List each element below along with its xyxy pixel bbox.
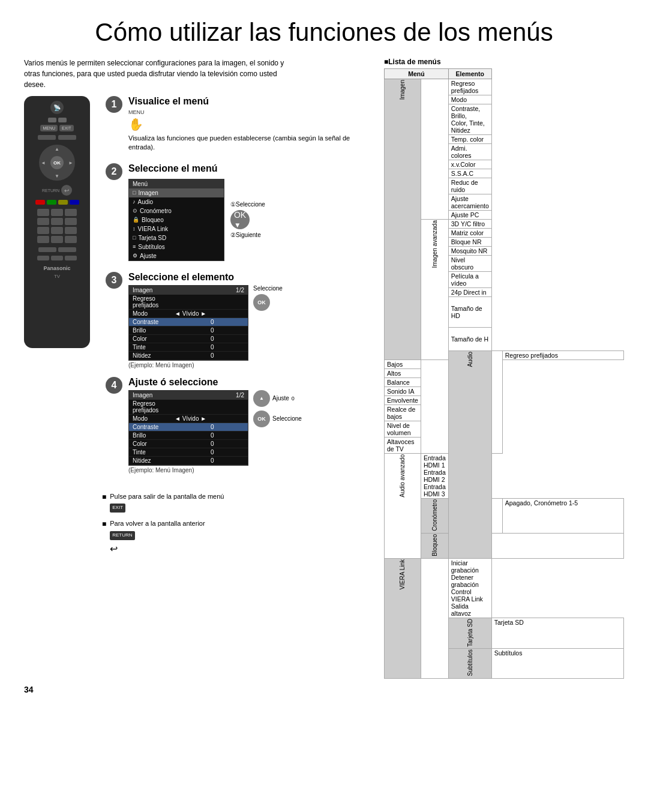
step-2-menu: Menú □ Imagen ♪ Audio: [128, 179, 224, 261]
audio-section-label: Audio: [448, 351, 491, 559]
num-btn-7[interactable]: [37, 227, 49, 234]
misc-btn-2[interactable]: [65, 236, 77, 243]
color-btn-green[interactable]: [47, 200, 56, 205]
row-color: Color0: [129, 335, 248, 343]
misc-btn-1[interactable]: [51, 236, 63, 243]
brand-label: Panasonic: [43, 265, 70, 271]
num-btn-9[interactable]: [65, 227, 77, 234]
ajuste-value: 0: [292, 395, 295, 401]
step-3-caption: (Ejemplo: Menú Imagen): [128, 362, 372, 368]
step-1-desc: Visualiza las funciones que pueden estab…: [128, 134, 372, 152]
step-4-caption: (Ejemplo: Menú Imagen): [128, 467, 372, 474]
exit-badge: EXIT: [110, 504, 125, 513]
table-row: Bajos: [385, 360, 624, 369]
num-btn-4[interactable]: [37, 218, 49, 225]
return-button[interactable]: ↩: [61, 185, 72, 196]
step-4-title: Ajuste ó seleccione: [128, 377, 372, 388]
bloqueo-section-label: Bloqueo: [421, 533, 448, 558]
table-row: Sonido IA: [385, 387, 624, 396]
ajuste-icon: ⚙: [133, 253, 137, 259]
return-badge: RETURN: [110, 531, 134, 540]
return-label: RETURN: [42, 188, 59, 193]
menu-item-imagen: □ Imagen: [129, 188, 224, 197]
arrow-down-icon[interactable]: ▼: [55, 173, 59, 179]
cronometro-section-label: Cronómetro: [421, 499, 448, 534]
table-row: Balance: [385, 378, 624, 387]
num-btn-6[interactable]: [65, 218, 77, 225]
table-row: Altavoces de TV: [385, 438, 624, 454]
col-elemento-header: Elemento: [448, 69, 491, 79]
row-tinte: Tinte0: [129, 343, 248, 352]
audio-avanzado-col: Audio avanzado: [385, 454, 421, 559]
remote-top-sensor: 📡: [50, 101, 64, 114]
subtitulos-section-label: Subtítulos: [448, 649, 491, 678]
bottom-notes: ■ Pulse para salir de la pantalla de men…: [102, 492, 372, 556]
step-4-ajuste: Ajuste: [272, 395, 289, 401]
tv-label: TV: [54, 274, 60, 279]
menu-btn[interactable]: MENU: [40, 125, 58, 131]
item-regreso: Regreso prefijados: [448, 79, 491, 95]
imagen-col: [421, 79, 448, 220]
imagen-icon: □: [133, 190, 136, 196]
row-nitidez: Nitidez0: [129, 352, 248, 360]
lista-label: ■Lista de menús: [384, 58, 624, 66]
table-row: Audio avanzado Entrada HDMI 1Entrada HDM…: [385, 454, 624, 499]
nav-pad[interactable]: ▲ ▼ ◄ ► OK: [39, 145, 75, 181]
step-3: 3 Seleccione el elemento Imagen 1/2 Regr…: [106, 272, 372, 368]
step-2-menu-header: Menú: [129, 179, 224, 188]
table-row: Imagen Regreso prefijados: [385, 79, 624, 95]
table-row: Altos: [385, 369, 624, 378]
arrow-left-icon[interactable]: ◄: [41, 160, 46, 166]
page-title: Cómo utilizar las funciones de los menús: [24, 18, 624, 47]
step-2-annotation-1: ①Seleccione: [230, 201, 265, 208]
step-4-menu-header: Imagen 1/2: [129, 391, 248, 400]
step-2-number: 2: [106, 163, 122, 180]
row-brillo-3: Brillo0: [129, 326, 248, 335]
color-btn-red[interactable]: [35, 200, 45, 205]
note-return-text: Para volver a la pantalla anterior: [110, 519, 205, 529]
num-btn-3[interactable]: [65, 209, 77, 216]
table-row: VIERA Link Iniciar grabaciónDetener grab…: [385, 558, 624, 618]
num-btn-2[interactable]: [51, 209, 63, 216]
color-btn-blue[interactable]: [70, 200, 79, 205]
row-tinte-4: Tinte0: [129, 448, 248, 457]
exit-btn[interactable]: EXIT: [59, 125, 74, 131]
page-number: 34: [24, 685, 34, 694]
viera-section-label: VIERA Link: [385, 558, 421, 678]
color-btn-yellow[interactable]: [58, 200, 68, 205]
subtitulos-icon: ≡: [133, 244, 136, 250]
row-modo: Modo◄ Vívido ►: [129, 310, 248, 318]
row-regreso: Regreso prefijados: [129, 295, 248, 310]
step-1-number: 1: [106, 96, 122, 113]
row-modo-4: Modo◄ Vívido ►: [129, 415, 248, 423]
step-3-number: 3: [106, 272, 122, 289]
menu-item-tarjeta: □ Tarjeta SD: [129, 233, 224, 242]
table-row: Realce de bajos: [385, 405, 624, 421]
tarjeta-section-label: Tarjeta SD: [448, 618, 491, 649]
ok-button[interactable]: OK: [50, 156, 64, 169]
audio-col: [491, 351, 502, 454]
nav-circle-step2: OK▼: [230, 210, 250, 229]
step-3-menu: Imagen 1/2 Regreso prefijados Modo◄ Vívi…: [128, 285, 248, 361]
menu-item-audio: ♪ Audio: [129, 197, 224, 206]
col-menu-header: Menú: [385, 69, 449, 79]
audio-icon: ♪: [133, 199, 136, 205]
viera-icon: ↕: [133, 226, 136, 232]
return-icon: ↩: [110, 541, 205, 557]
row-regreso-4: Regreso prefijados: [129, 400, 248, 415]
step-3-title: Seleccione el elemento: [128, 272, 372, 283]
num-btn-5[interactable]: [51, 218, 63, 225]
menu-item-ajuste: ⚙ Ajuste: [129, 251, 224, 260]
num-btn-1[interactable]: [37, 209, 49, 216]
num-btn-8[interactable]: [51, 227, 63, 234]
num-btn-0[interactable]: [37, 236, 49, 243]
row-contraste-4: Contraste0: [129, 423, 248, 432]
note-return: ■ Para volver a la pantalla anterior RET…: [102, 519, 372, 556]
menu-item-bloqueo: 🔒 Bloqueo: [129, 215, 224, 224]
step-1-title: Visualice el menú: [128, 96, 372, 107]
note-exit-text: Pulse para salir de la pantalla de menú: [110, 492, 224, 502]
arrow-up-icon[interactable]: ▲: [55, 146, 59, 152]
arrow-right-icon[interactable]: ►: [68, 160, 73, 166]
menu-item-viera: ↕ VIERA Link: [129, 224, 224, 233]
viera-col: [421, 558, 448, 678]
